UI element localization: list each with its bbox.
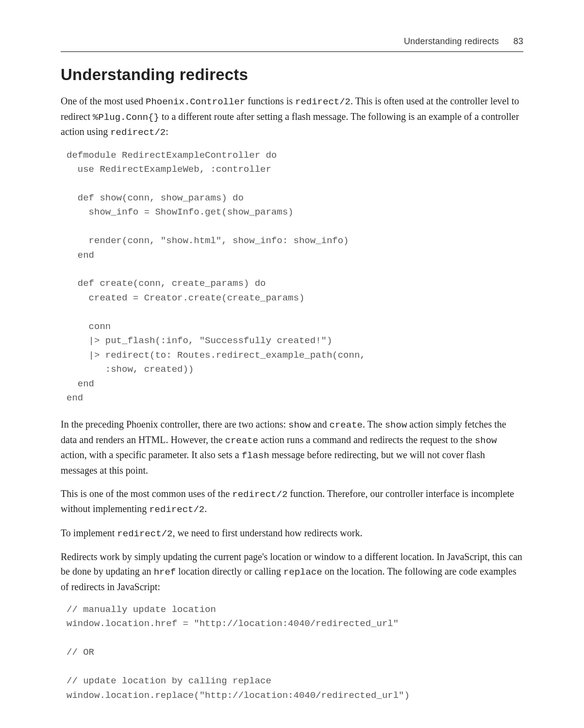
inline-code: redirect/2 xyxy=(110,127,166,138)
inline-code: href xyxy=(154,567,176,578)
running-title: Understanding redirects xyxy=(404,36,499,46)
inline-code: redirect/2 xyxy=(295,97,350,107)
inline-code: create xyxy=(225,435,258,446)
inline-code: redirect/2 xyxy=(117,529,172,539)
inline-code: redirect/2 xyxy=(232,489,287,500)
code-block-1: defmodule RedirectExampleController do u… xyxy=(67,149,523,406)
paragraph-3: This is one of the most common uses of t… xyxy=(61,486,523,517)
text: action runs a command and redirects the … xyxy=(258,434,475,445)
paragraph-4: To implement redirect/2, we need to firs… xyxy=(61,526,523,541)
page: Understanding redirects83 Understanding … xyxy=(0,0,584,728)
text: This is one of the most common uses of t… xyxy=(61,488,232,499)
code-block-2: // manually update location window.locat… xyxy=(67,603,523,703)
text: location directly or calling xyxy=(176,566,284,577)
section-title: Understanding redirects xyxy=(61,66,523,84)
text: . xyxy=(204,503,207,514)
text: One of the most used xyxy=(61,96,146,106)
paragraph-5: Redirects work by simply updating the cu… xyxy=(61,549,523,594)
text: , we need to first understand how redire… xyxy=(172,528,362,538)
header-rule xyxy=(61,51,523,52)
text: action, with a specific parameter. It al… xyxy=(61,449,242,460)
running-header: Understanding redirects83 xyxy=(61,36,523,47)
text: To implement xyxy=(61,528,117,538)
inline-code: redirect/2 xyxy=(149,504,204,515)
text: . The xyxy=(363,419,385,430)
inline-code: flash xyxy=(242,450,269,461)
paragraph-1: One of the most used Phoenix.Controller … xyxy=(61,94,523,140)
inline-code: show xyxy=(475,435,497,446)
inline-code: %Plug.Conn{} xyxy=(93,112,159,123)
inline-code: Phoenix.Controller xyxy=(146,97,245,107)
inline-code: replace xyxy=(284,567,322,578)
text: : xyxy=(166,126,168,137)
text: functions is xyxy=(245,96,295,106)
text: In the preceding Phoenix controller, the… xyxy=(61,419,288,430)
inline-code: show xyxy=(385,420,407,430)
inline-code: show xyxy=(288,420,311,430)
page-number: 83 xyxy=(514,36,523,46)
text: and xyxy=(311,419,330,430)
paragraph-2: In the preceding Phoenix controller, the… xyxy=(61,417,523,478)
inline-code: create xyxy=(330,420,363,430)
